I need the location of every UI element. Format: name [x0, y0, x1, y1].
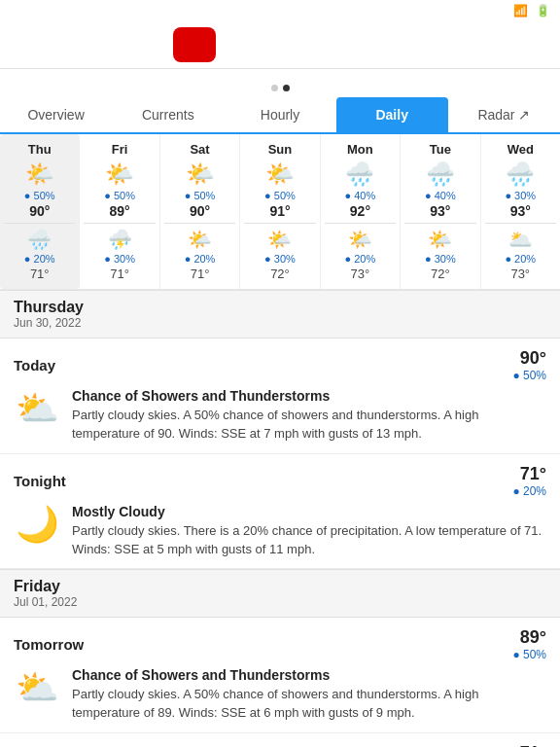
day-name: Tue: [404, 142, 475, 157]
day-icon: 🌧️: [404, 160, 475, 188]
day-high: 92°: [325, 203, 396, 219]
day-low: 73°: [485, 267, 556, 281]
section-thursday: ThursdayJun 30, 2022 Today 90° ● 50% ⛅ C…: [0, 290, 560, 569]
forecast-item-today: Today 90° ● 50% ⛅ Chance of Showers and …: [0, 338, 560, 454]
forecast-item-tonight: Tonight 71° ● 20% 🌙 Mostly Cloudy Partly…: [0, 454, 560, 570]
forecast-temps: 71° ● 30%: [512, 743, 546, 747]
nav-tabs: OverviewCurrentsHourlyDailyRadar ↗: [0, 97, 560, 134]
forecast-precip: ● 50%: [512, 648, 546, 661]
tab-radar-↗[interactable]: Radar ↗: [448, 97, 560, 132]
night-precip: ● 30%: [84, 253, 155, 265]
day-icon: 🌤️: [84, 160, 155, 188]
forecast-body: ⛅ Chance of Showers and Thunderstorms Pa…: [14, 667, 546, 723]
day-name: Wed: [485, 142, 556, 157]
night-icon: 🌤️: [325, 228, 396, 251]
night-precip: ● 20%: [325, 253, 396, 265]
day-high: 91°: [244, 203, 315, 219]
section-friday: FridayJul 01, 2022 Tomorrow 89° ● 50% ⛅ …: [0, 569, 560, 747]
night-icon: 🌤️: [404, 228, 475, 251]
day-name: Thu: [4, 142, 75, 157]
location-bar: [0, 69, 560, 81]
tab-daily[interactable]: Daily: [336, 97, 448, 132]
forecast-temp: 90°: [512, 348, 546, 369]
night-precip: ● 20%: [485, 253, 556, 265]
forecast-item-header: Tomorrow 89° ● 50%: [14, 627, 546, 661]
day-icon: 🌤️: [244, 160, 315, 188]
day-col-sat[interactable]: Sat 🌤️ ● 50% 90° 🌤️ ● 20% 71°: [160, 134, 240, 289]
day-precip: ● 40%: [325, 190, 396, 201]
day-precip: ● 50%: [244, 190, 315, 201]
forecast-precip: ● 20%: [512, 484, 546, 498]
night-icon: 🌧️: [4, 228, 75, 251]
forecast-title: Mostly Cloudy: [72, 504, 546, 519]
forecast-title: Chance of Showers and Thunderstorms: [72, 667, 546, 683]
forecast-body: ⛅ Chance of Showers and Thunderstorms Pa…: [14, 388, 546, 444]
day-divider: [84, 223, 155, 224]
night-precip: ● 30%: [404, 253, 475, 265]
forecast-desc: Partly cloudy skies. A 50% chance of sho…: [72, 686, 546, 723]
dot-1: [271, 85, 278, 91]
forecast-item-tomorrow: Tomorrow 89° ● 50% ⛅ Chance of Showers a…: [0, 618, 560, 733]
day-high: 90°: [4, 203, 75, 219]
status-bar-right: 📶 🔋: [513, 4, 550, 18]
day-divider: [404, 223, 475, 224]
day-col-sun[interactable]: Sun 🌤️ ● 50% 91° 🌤️ ● 30% 72°: [240, 134, 320, 289]
night-icon: ⛈️: [84, 228, 155, 251]
forecast-desc: Partly cloudy skies. There is a 20% chan…: [72, 522, 546, 559]
day-icon: 🌧️: [325, 160, 396, 188]
battery-icon: 🔋: [536, 4, 550, 18]
day-precip: ● 50%: [4, 190, 75, 201]
night-precip: ● 20%: [164, 253, 235, 265]
day-name: Fri: [84, 142, 155, 157]
day-precip: ● 40%: [404, 190, 475, 201]
section-header: FridayJul 01, 2022: [0, 569, 560, 618]
forecast-desc: Partly cloudy skies. A 50% chance of sho…: [72, 407, 546, 444]
forecast-item-header: Tonight 71° ● 20%: [14, 464, 546, 498]
day-precip: ● 30%: [485, 190, 556, 201]
day-col-mon[interactable]: Mon 🌧️ ● 40% 92° 🌤️ ● 20% 73°: [321, 134, 401, 289]
day-precip: ● 50%: [84, 190, 155, 201]
forecast-temps: 89° ● 50%: [512, 627, 546, 661]
forecast-period: Today: [14, 357, 55, 374]
day-low: 72°: [244, 267, 315, 281]
forecast-sections: ThursdayJun 30, 2022 Today 90° ● 50% ⛅ C…: [0, 290, 560, 747]
forecast-temp: 71°: [512, 743, 546, 747]
tab-overview[interactable]: Overview: [0, 97, 112, 132]
forecast-detail: Chance of Showers and Thunderstorms Part…: [72, 667, 546, 723]
night-precip: ● 20%: [4, 253, 75, 265]
day-col-wed[interactable]: Wed 🌧️ ● 30% 93° 🌥️ ● 20% 73°: [481, 134, 560, 289]
forecast-temp: 89°: [512, 627, 546, 648]
location-dots: [0, 85, 560, 91]
tab-currents[interactable]: Currents: [112, 97, 224, 132]
day-divider: [325, 223, 396, 224]
night-icon: 🌥️: [485, 228, 556, 251]
dot-2: [283, 85, 290, 91]
forecast-item-tomorrow-night: Tomorrow Night 71° ● 30% 🌙 Mostly Cloudy…: [0, 733, 560, 747]
forecast-icon: 🌙: [14, 504, 60, 545]
day-icon: 🌤️: [164, 160, 235, 188]
day-low: 72°: [404, 267, 475, 281]
section-day-label: Thursday: [14, 299, 546, 316]
status-bar: 📶 🔋: [0, 0, 560, 21]
forecast-temps: 90° ● 50%: [512, 348, 546, 382]
day-col-fri[interactable]: Fri 🌤️ ● 50% 89° ⛈️ ● 30% 71°: [80, 134, 159, 289]
day-high: 90°: [164, 203, 235, 219]
day-high: 93°: [485, 203, 556, 219]
forecast-temp: 71°: [512, 464, 546, 484]
forecast-period: Tomorrow: [14, 636, 84, 653]
day-low: 71°: [4, 267, 75, 281]
daily-forecast-row: Thu 🌤️ ● 50% 90° 🌧️ ● 20% 71° Fri 🌤️ ● 5…: [0, 134, 560, 290]
night-precip: ● 30%: [244, 253, 315, 265]
day-icon: 🌤️: [4, 160, 75, 188]
day-col-tue[interactable]: Tue 🌧️ ● 40% 93° 🌤️ ● 30% 72°: [401, 134, 480, 289]
forecast-period: Tonight: [14, 473, 66, 489]
day-low: 73°: [325, 267, 396, 281]
forecast-item-header: Tomorrow Night 71° ● 30%: [14, 743, 546, 747]
night-icon: 🌤️: [244, 228, 315, 251]
app-logo: [173, 27, 216, 62]
tab-hourly[interactable]: Hourly: [224, 97, 335, 132]
forecast-item-header: Today 90° ● 50%: [14, 348, 546, 382]
day-col-thu[interactable]: Thu 🌤️ ● 50% 90° 🌧️ ● 20% 71°: [0, 134, 80, 289]
day-name: Mon: [325, 142, 396, 157]
forecast-temps: 71° ● 20%: [512, 464, 546, 498]
